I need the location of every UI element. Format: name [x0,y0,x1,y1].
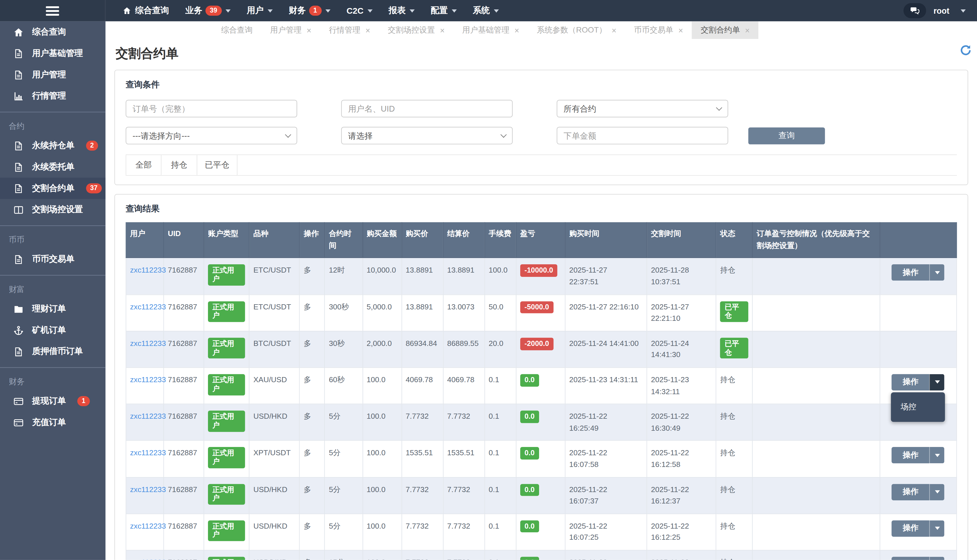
nav-item-finance[interactable]: 财务1 [281,0,338,22]
nav-item-user[interactable]: 用户 [239,0,281,22]
sidebar-item-wealth-orders[interactable]: 理财订单 [0,298,105,320]
user-cell: zxc112233 [126,477,164,514]
uid-cell: 7162887 [164,477,204,514]
tab-币币交易单[interactable]: 币币交易单× [625,22,692,39]
refresh-icon[interactable] [959,44,972,57]
status-tab-全部[interactable]: 全部 [126,155,161,175]
tab-系统参数（ROOT）[interactable]: 系统参数（ROOT）× [528,22,625,39]
uid-cell: 7162887 [164,404,204,441]
sidebar-item-delivery-control[interactable]: 交割场控设置 [0,199,105,220]
sidebar-item-user-base[interactable]: 用户基础管理 [0,43,105,64]
sidebar-item-spot-trades[interactable]: 币币交易单 [0,248,105,270]
tab-用户管理[interactable]: 用户管理× [261,22,320,39]
account-type-badge: 正式用户 [208,338,245,359]
action-button[interactable]: 操作 [892,557,930,560]
amount-cell: 100.0 [363,550,402,560]
user-link[interactable]: zxc112233 [130,412,166,421]
action-button[interactable]: 操作 [892,265,930,281]
contract-select[interactable]: 所有合约 [557,100,728,118]
period-cell: 5分 [325,441,363,477]
order-amount-input[interactable] [557,127,728,145]
nav-item-report[interactable]: 报表 [380,0,423,22]
action-caret-button[interactable] [930,484,945,500]
close-icon[interactable]: × [306,26,311,34]
folder-icon [13,303,24,314]
action-button[interactable]: 操作 [892,374,930,390]
action-button[interactable]: 操作 [892,484,930,500]
action-caret-button[interactable] [930,520,945,537]
direction-cell: 多 [299,258,325,295]
close-icon[interactable]: × [612,26,616,34]
sidebar-item-withdraw-orders[interactable]: 提现订单1 [0,390,105,412]
buy-price-cell: 4069.78 [402,368,443,404]
anchor-icon [13,325,24,335]
status-tab-持仓[interactable]: 持仓 [161,155,197,175]
nav-item-config[interactable]: 配置 [423,0,465,22]
search-button[interactable]: 查询 [748,127,825,144]
tab-综合查询[interactable]: 综合查询 [212,22,261,39]
direction-select[interactable]: ---请选择方向--- [126,127,297,145]
nav-item-c2c[interactable]: C2C [338,0,380,22]
sidebar-item-overview[interactable]: 综合查询 [0,22,105,43]
user-link[interactable]: zxc112233 [130,302,166,311]
user-link[interactable]: zxc112233 [130,558,166,560]
status-tab-已平仓[interactable]: 已平仓 [197,155,238,175]
user-link[interactable]: zxc112233 [130,485,166,494]
settle-time-cell: 2025-11-22 16:30:49 [647,404,716,441]
sidebar-item-miner-orders[interactable]: 矿机订单 [0,319,105,341]
nav-item-home[interactable]: 综合查询 [114,0,177,22]
close-icon[interactable]: × [440,26,445,34]
sidebar-item-pledge-orders[interactable]: 质押借币订单 [0,341,105,362]
tab-用户基础管理[interactable]: 用户基础管理× [453,22,528,39]
amount-cell: 100.0 [363,441,402,477]
buy-time-cell: 2025-11-27 22:16:10 [565,295,647,331]
user-link[interactable]: zxc112233 [130,448,166,457]
column-header: 状态 [716,222,753,258]
user-link[interactable]: zxc112233 [130,339,166,348]
hamburger-menu-icon[interactable] [43,3,62,18]
dropdown-item-field-control[interactable]: 场控 [891,397,945,417]
direction-cell: 多 [299,404,325,441]
action-button[interactable]: 操作 [892,520,930,537]
sidebar-item-label: 币币交易单 [32,254,74,265]
sidebar-item-perpetual-orders[interactable]: 永续委托单 [0,157,105,178]
sidebar-item-market-mgmt[interactable]: 行情管理 [0,85,105,107]
user-link[interactable]: zxc112233 [130,375,166,384]
username-uid-input[interactable] [341,100,512,118]
tab-交割合约单[interactable]: 交割合约单× [692,22,758,39]
user-menu[interactable]: root [934,6,950,15]
column-header: 账户类型 [204,222,249,258]
chevron-down-icon [452,9,457,12]
nav-item-business[interactable]: 业务39 [177,0,239,22]
sidebar-item-delivery-contracts[interactable]: 交割合约单37 [0,178,105,199]
close-icon[interactable]: × [515,26,519,34]
table-row: zxc1122337162887正式用户USD/HKD多5分100.07.773… [126,477,957,514]
close-icon[interactable]: × [678,26,683,34]
nav-item-system[interactable]: 系统 [465,0,507,22]
action-caret-button[interactable] [930,265,945,281]
status-cell: 持仓 [716,404,753,441]
sidebar-item-perpetual-positions[interactable]: 永续持仓单2 [0,135,105,157]
action-button[interactable]: 操作 [892,447,930,463]
tab-行情管理[interactable]: 行情管理× [320,22,379,39]
sidebar-item-deposit-orders[interactable]: 充值订单 [0,412,105,433]
sidebar-item-label: 提现订单 [32,396,66,407]
action-caret-button[interactable] [930,557,945,560]
user-link[interactable]: zxc112233 [130,522,166,530]
tab-交割场控设置[interactable]: 交割场控设置× [379,22,453,39]
pnl-cell: 0.0 [516,404,565,441]
pnl-badge: 0.0 [520,374,539,387]
action-caret-button[interactable] [930,447,945,463]
action-caret-button[interactable] [930,374,945,390]
type-select[interactable]: 请选择 [341,127,512,145]
close-icon[interactable]: × [745,26,750,34]
period-cell: 15分 [325,550,363,560]
chat-button[interactable] [903,3,926,18]
sidebar-badge: 2 [86,141,98,150]
order-number-input[interactable] [126,100,297,118]
user-link[interactable]: zxc112233 [130,266,166,275]
close-icon[interactable]: × [365,26,370,34]
sidebar-item-user-mgmt[interactable]: 用户管理 [0,64,105,85]
direction-cell: 多 [299,441,325,477]
symbol-cell: USD/HKD [249,404,299,441]
